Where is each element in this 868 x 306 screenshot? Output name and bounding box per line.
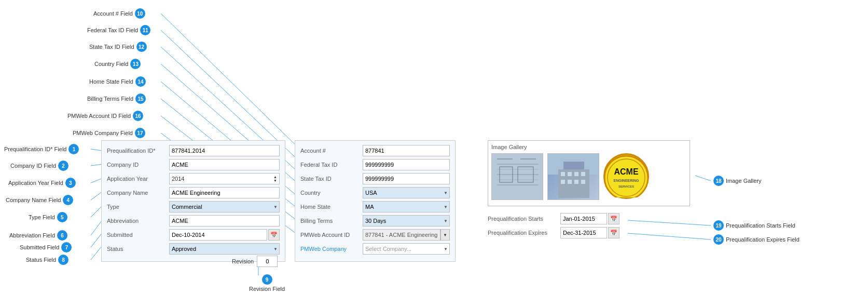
- account-input[interactable]: [363, 145, 450, 156]
- state-tax-input[interactable]: [363, 173, 450, 184]
- type-select[interactable]: Commercial Residential: [169, 201, 280, 212]
- federal-tax-label: Federal Tax ID: [300, 162, 363, 168]
- badge-10: 10: [135, 8, 145, 19]
- revision-row: Revision: [232, 256, 278, 267]
- preq-expires-calendar-icon[interactable]: 📅: [608, 227, 619, 238]
- preq-starts-input[interactable]: [560, 213, 607, 224]
- blueprint-svg: [492, 154, 543, 199]
- country-select-wrapper: USA Canada: [363, 187, 450, 198]
- preq-expires-input[interactable]: [560, 227, 607, 238]
- svg-line-18: [628, 220, 711, 225]
- svg-rect-34: [561, 172, 565, 176]
- application-year-value: 2014: [172, 176, 272, 182]
- home-state-select[interactable]: MA NY: [363, 201, 450, 212]
- prequalification-dates-panel: Prequalification Starts 📅 Prequalificati…: [488, 213, 620, 241]
- svg-rect-36: [574, 172, 578, 176]
- preq-starts-row: Prequalification Starts 📅: [488, 213, 620, 224]
- annotation-type-field: Type Field 5: [29, 212, 67, 222]
- gallery-image-acme-logo[interactable]: ACME ENGINEERING SERVICES: [603, 153, 649, 199]
- badge-16: 16: [133, 111, 143, 121]
- company-id-label: Company ID: [107, 162, 169, 168]
- gallery-images-container: ACME ENGINEERING SERVICES: [491, 153, 686, 203]
- annotation-submitted-text: Submitted Field: [20, 244, 59, 250]
- country-select[interactable]: USA Canada: [363, 187, 450, 198]
- abbreviation-input[interactable]: [169, 215, 280, 227]
- revision-input[interactable]: [257, 256, 278, 267]
- country-label: Country: [300, 190, 363, 196]
- preq-expires-row: Prequalification Expires 📅: [488, 227, 620, 238]
- gallery-title: Image Gallery: [491, 144, 686, 150]
- annotation-preq-starts-text: Prequalification Starts Field: [726, 222, 795, 229]
- federal-tax-row: Federal Tax ID: [300, 159, 450, 170]
- type-label: Type: [107, 204, 169, 210]
- submitted-row: Submitted 📅: [107, 229, 280, 241]
- submitted-date-wrapper: 📅: [169, 229, 280, 241]
- pmweb-company-row: PMWeb Company Select Company...: [300, 243, 450, 255]
- state-tax-row: State Tax ID: [300, 173, 450, 184]
- annotation-preq-expires-field: 20 Prequalification Expires Field: [713, 234, 800, 245]
- annotation-country-text: Country Field: [94, 61, 128, 67]
- annotation-pmweb-account-text: PMWeb Account ID Field: [67, 113, 131, 119]
- annotation-preq-id-field: Prequalification ID* Field 1: [4, 144, 79, 154]
- gallery-image-blueprint[interactable]: [491, 153, 543, 200]
- preq-starts-label: Prequalification Starts: [488, 216, 560, 222]
- badge-4: 4: [63, 195, 73, 205]
- submitted-label: Submitted: [107, 232, 169, 238]
- annotation-country-field: Country Field 13: [94, 59, 141, 69]
- company-id-input[interactable]: [169, 159, 280, 170]
- badge-9: 9: [262, 274, 272, 285]
- prequalification-id-input[interactable]: [169, 145, 280, 156]
- annotation-status-field: Status Field 8: [26, 255, 68, 265]
- svg-line-19: [628, 233, 711, 240]
- badge-14: 14: [135, 76, 146, 87]
- status-row: Status Approved Pending: [107, 243, 280, 255]
- annotation-state-tax-field: State Tax ID Field 12: [89, 42, 147, 52]
- svg-rect-40: [574, 180, 578, 184]
- abbreviation-label: Abbreviation: [107, 218, 169, 224]
- pmweb-account-label: PMWeb Account ID: [300, 232, 363, 238]
- annotation-status-text: Status Field: [26, 257, 56, 263]
- svg-text:SERVICES: SERVICES: [618, 185, 634, 188]
- annotation-abbreviation-field: Abbreviation Field 6: [9, 230, 67, 241]
- annotation-image-gallery: 18 Image Gallery: [713, 176, 761, 186]
- year-down-arrow[interactable]: ▼: [273, 179, 277, 182]
- company-name-row: Company Name: [107, 187, 280, 198]
- left-form-panel: Prequalification ID* Company ID Applicat…: [101, 140, 285, 262]
- billing-terms-label: Billing Terms: [300, 218, 363, 224]
- main-container: Account # Field 10 Federal Tax ID Field …: [0, 0, 868, 306]
- billing-terms-select[interactable]: 30 Days 60 Days: [363, 215, 450, 227]
- status-select[interactable]: Approved Pending: [169, 243, 280, 255]
- badge-8: 8: [58, 255, 68, 265]
- preq-starts-date-wrapper: 📅: [560, 213, 619, 224]
- pmweb-account-dropdown-icon[interactable]: ▼: [440, 229, 450, 241]
- account-label: Account #: [300, 148, 363, 154]
- badge-11: 11: [140, 25, 150, 35]
- abbreviation-row: Abbreviation: [107, 215, 280, 227]
- annotation-home-state-field: Home State Field 14: [89, 76, 146, 87]
- pmweb-company-select[interactable]: Select Company...: [363, 243, 450, 255]
- annotation-company-name-text: Company Name Field: [6, 197, 61, 203]
- preq-starts-calendar-icon[interactable]: 📅: [608, 213, 619, 224]
- badge-12: 12: [136, 42, 147, 52]
- pmweb-account-row: PMWeb Account ID ▼: [300, 229, 450, 241]
- federal-tax-input[interactable]: [363, 159, 450, 170]
- prequalification-id-label: Prequalification ID*: [107, 148, 169, 154]
- badge-1: 1: [68, 144, 79, 154]
- submitted-calendar-icon[interactable]: 📅: [268, 229, 280, 241]
- preq-expires-date-wrapper: 📅: [560, 227, 619, 238]
- state-tax-label: State Tax ID: [300, 176, 363, 182]
- gallery-image-building[interactable]: [547, 153, 599, 200]
- home-state-select-wrapper: MA NY: [363, 201, 450, 212]
- year-up-arrow[interactable]: ▲: [273, 175, 277, 179]
- submitted-date-input[interactable]: [169, 229, 267, 241]
- revision-label: Revision: [232, 258, 254, 264]
- right-form-panel: Account # Federal Tax ID State Tax ID Co…: [295, 140, 456, 262]
- application-year-label: Application Year: [107, 176, 169, 182]
- annotation-billing-terms-text: Billing Terms Field: [87, 96, 133, 102]
- status-label: Status: [107, 246, 169, 252]
- annotation-abbreviation-text: Abbreviation Field: [9, 232, 55, 238]
- badge-6: 6: [57, 230, 67, 241]
- company-name-label: Company Name: [107, 190, 169, 196]
- company-name-input[interactable]: [169, 187, 280, 198]
- pmweb-account-input[interactable]: [363, 229, 440, 241]
